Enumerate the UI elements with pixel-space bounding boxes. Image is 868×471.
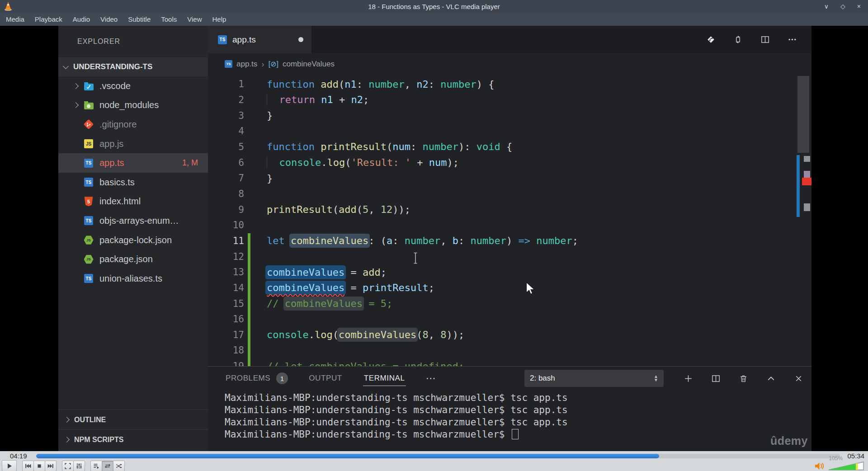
breadcrumb-file[interactable]: app.ts: [236, 60, 257, 69]
close-button[interactable]: ×: [857, 3, 861, 10]
code-token: ) {: [476, 79, 495, 90]
panel-header: PROBLEMS1OUTPUTTERMINAL ⋯ 2: bash ▲▼: [208, 367, 811, 390]
code-token: (: [333, 204, 339, 215]
file-basics.ts[interactable]: TSbasics.ts: [58, 173, 208, 192]
text-cursor-pointer: [412, 252, 419, 266]
npm-scripts-section[interactable]: NPM SCRIPTS: [58, 429, 208, 449]
maximize-button[interactable]: ◇: [840, 3, 845, 10]
file-union-aliases.ts[interactable]: TSunion-aliases.ts: [58, 269, 208, 288]
file-objs-arrays-enum…[interactable]: TSobjs-arrays-enum…: [58, 211, 208, 231]
code-line-8[interactable]: 8: [208, 186, 811, 202]
menu-media[interactable]: Media: [6, 15, 24, 23]
code-token: 5: [363, 204, 368, 215]
fullscreen-button[interactable]: [62, 461, 74, 471]
code-token: {: [500, 141, 513, 152]
code-line-4[interactable]: 4: [208, 123, 811, 139]
panel-tab-output[interactable]: OUTPUT: [308, 371, 343, 386]
terminal-shell-select[interactable]: 2: bash ▲▼: [524, 370, 664, 387]
terminal-output[interactable]: Maximilians-MBP:understanding-ts mschwar…: [225, 392, 809, 441]
menu-tools[interactable]: Tools: [161, 15, 177, 23]
file-app.js[interactable]: JSapp.js: [58, 134, 208, 154]
volume-slider[interactable]: [828, 461, 864, 471]
play-button[interactable]: [2, 460, 17, 471]
terminal-line: Maximilians-MBP:understanding-ts mschwar…: [225, 416, 809, 429]
code-token: ,: [440, 235, 453, 246]
code-token: add: [339, 204, 357, 215]
panel-tab-label: PROBLEMS: [225, 371, 271, 386]
video-area[interactable]: EXPLORER UNDERSTANDING-TS .vscodenode_mo…: [0, 26, 868, 451]
menu-video[interactable]: Video: [100, 15, 118, 23]
code-line-15[interactable]: 15// combineValues = 5;: [208, 296, 811, 311]
tab-app-ts[interactable]: TS app.ts: [208, 26, 311, 53]
code-line-6[interactable]: 6 console.log('Result: ' + num);: [208, 155, 811, 170]
code-line-18[interactable]: 18: [208, 343, 811, 358]
code-line-1[interactable]: 1function add(n1: number, n2: number) {: [208, 76, 811, 92]
code-line-7[interactable]: 7}: [208, 170, 811, 186]
code-line-11[interactable]: 11let combineValues: (a: number, b: numb…: [208, 233, 811, 249]
unsaved-changes-dot-icon[interactable]: [298, 37, 303, 42]
split-editor-icon[interactable]: [760, 35, 770, 44]
menu-playback[interactable]: Playback: [35, 15, 62, 23]
speaker-icon[interactable]: [814, 462, 825, 471]
random-button[interactable]: [113, 461, 125, 471]
line-content: combineValues = printResult;: [267, 282, 434, 293]
git-gutter: [248, 186, 250, 202]
breadcrumb-symbol[interactable]: combineValues: [283, 60, 335, 69]
previous-button[interactable]: [22, 461, 34, 471]
file-index.html[interactable]: 5index.html: [58, 192, 208, 212]
outline-section[interactable]: OUTLINE: [58, 410, 208, 429]
menu-help[interactable]: Help: [212, 15, 226, 23]
code-editor[interactable]: 1function add(n1: number, n2: number) {2…: [208, 75, 811, 366]
code-line-14[interactable]: 14combineValues = printResult;: [208, 280, 811, 296]
open-changes-icon[interactable]: [706, 35, 716, 44]
split-terminal-icon[interactable]: [711, 374, 721, 383]
file-.vscode[interactable]: .vscode: [58, 76, 208, 96]
compare-changes-icon[interactable]: [733, 35, 743, 44]
minimize-button[interactable]: ∨: [824, 3, 829, 10]
kill-terminal-icon[interactable]: [739, 374, 748, 383]
code-line-12[interactable]: 12: [208, 249, 811, 264]
file-app.ts[interactable]: TSapp.ts1, M: [58, 153, 208, 173]
line-number: 13: [208, 267, 244, 278]
code-line-9[interactable]: 9printResult(add(5, 12));: [208, 202, 811, 217]
panel-tab-problems[interactable]: PROBLEMS1: [225, 371, 288, 386]
typescript-file-icon: TS: [218, 35, 227, 44]
code-line-2[interactable]: 2 return n1 + n2;: [208, 92, 811, 108]
stop-button[interactable]: [33, 461, 45, 471]
close-panel-icon[interactable]: [794, 374, 803, 383]
more-actions-icon[interactable]: [788, 35, 797, 44]
extended-settings-button[interactable]: [73, 461, 85, 471]
code-token: );: [447, 157, 459, 168]
seek-bar[interactable]: [36, 454, 840, 458]
terminal-text: Maximilians-MBP:understanding-ts mschwar…: [225, 429, 510, 440]
code-token: void: [476, 141, 500, 152]
editor-scrollbar[interactable]: [797, 76, 809, 153]
folder-section-header[interactable]: UNDERSTANDING-TS: [58, 57, 208, 76]
code-line-5[interactable]: 5function printResult(num: number): void…: [208, 139, 811, 155]
next-button[interactable]: [45, 461, 57, 471]
file-node_modules[interactable]: node_modules: [58, 96, 208, 115]
folder-section-label: UNDERSTANDING-TS: [73, 62, 152, 71]
menu-audio[interactable]: Audio: [73, 15, 90, 23]
playlist-button[interactable]: [90, 461, 102, 471]
maximize-panel-icon[interactable]: [766, 374, 776, 383]
file-package-lock.json[interactable]: JSpackage-lock.json: [58, 231, 208, 250]
menu-view[interactable]: View: [187, 15, 202, 23]
menu-subtitle[interactable]: Subtitle: [128, 15, 151, 23]
code-line-16[interactable]: 16: [208, 311, 811, 327]
code-line-19[interactable]: 19// let combineValues = undefined;: [208, 358, 811, 366]
code-line-13[interactable]: 13combineValues = add;: [208, 264, 811, 280]
chevron-right-icon: [64, 417, 70, 423]
code-line-17[interactable]: 17console.log(combineValues(8, 8));: [208, 327, 811, 343]
code-token: ):: [458, 141, 476, 152]
file-package.json[interactable]: JSpackage.json: [58, 250, 208, 269]
code-line-3[interactable]: 3}: [208, 108, 811, 123]
new-terminal-icon[interactable]: [684, 374, 693, 383]
line-number: 5: [208, 141, 244, 152]
loop-button[interactable]: [102, 461, 113, 471]
breadcrumb[interactable]: TS app.ts › [⊘] combineValues: [208, 53, 811, 75]
panel-more-icon[interactable]: ⋯: [426, 372, 437, 384]
panel-tab-terminal[interactable]: TERMINAL: [363, 371, 406, 386]
code-line-10[interactable]: 10: [208, 217, 811, 233]
file-.gitignore[interactable]: .gitignore: [58, 115, 208, 134]
